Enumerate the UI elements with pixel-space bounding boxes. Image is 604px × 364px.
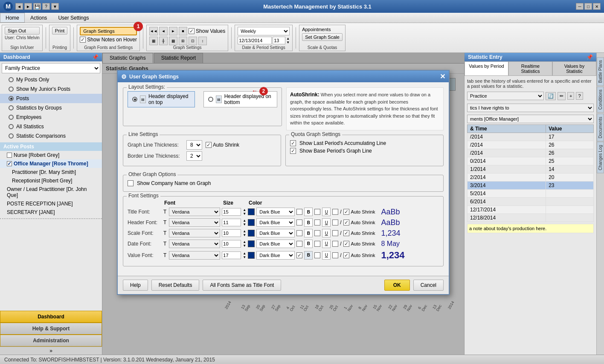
date-check3[interactable] [332, 241, 338, 247]
nav-prev-icon[interactable]: ◄ [159, 27, 168, 35]
sidebar-item-stats-groups[interactable]: Statistics by Groups [0, 103, 102, 113]
header-bold-btn[interactable]: B [304, 218, 313, 227]
date-bold-btn[interactable]: B [304, 240, 313, 248]
date-bold-check[interactable] [296, 241, 302, 247]
side-tab-battle-plans[interactable]: Battle Plans [597, 57, 604, 86]
sidebar-item-all-stats[interactable]: All Statistics [0, 122, 102, 131]
active-post-practitioner[interactable]: Practitioner [Dr. Mary Smith] [0, 168, 102, 176]
nav-back-icon[interactable]: ◄◄ [149, 27, 158, 35]
scale-bold-btn[interactable]: B [304, 229, 313, 237]
side-tab-conditions[interactable]: Conditions [597, 87, 604, 113]
header-underline-btn[interactable]: U [322, 218, 331, 227]
active-post-owner[interactable]: Owner / Lead Practitioner [Dr. John Que] [0, 185, 102, 199]
date-font-select[interactable]: Verdana [169, 240, 220, 248]
title-underline-check[interactable] [314, 209, 320, 215]
active-post-office-manager[interactable]: ✓ Office Manager [Rose Throme] [0, 159, 102, 168]
graph-type-4[interactable]: ⊞ [179, 37, 187, 45]
right-help-btn[interactable]: ? [576, 92, 583, 100]
quick-access-fwd[interactable]: ► [24, 3, 32, 10]
border-line-select[interactable]: 2 [186, 151, 202, 161]
show-notes-checkbox[interactable]: ✓ [80, 37, 86, 43]
period-select[interactable]: Weekly [238, 27, 290, 35]
show-base-period-checkbox[interactable]: ✓ [290, 148, 296, 154]
graph-type-1[interactable]: ▦ [149, 37, 158, 45]
graph-type-6[interactable]: ↕ [198, 37, 207, 45]
maximize-button[interactable]: □ [584, 3, 592, 10]
graph-line-select[interactable]: 8 [186, 140, 202, 150]
header-check3[interactable] [332, 220, 338, 225]
right-tab-values-statistic[interactable]: Values by Statistic [552, 61, 596, 76]
close-button[interactable]: ✕ [593, 3, 601, 10]
posts-select[interactable]: ments [Office Manager] [467, 115, 594, 123]
date-color-select[interactable]: Dark Blue [256, 240, 295, 248]
header-underline-check[interactable] [314, 220, 320, 225]
value-bold-check[interactable]: ✓ [296, 252, 302, 258]
table-row[interactable]: 0/2014 25 [468, 157, 594, 165]
show-values-checkbox[interactable]: ✓ [189, 28, 195, 34]
show-last-period-checkbox[interactable]: ✓ [290, 140, 296, 146]
table-row[interactable]: 2/2014 20 [468, 173, 594, 182]
reset-defaults-button[interactable]: Reset Defaults [151, 280, 200, 291]
value-check3[interactable] [332, 252, 338, 258]
active-post-secretary[interactable]: SECRETARY [JANE] [0, 208, 102, 217]
scale-bold-check[interactable] [296, 230, 302, 236]
side-tab-changes-log[interactable]: Changes Log [597, 142, 604, 173]
graph-type-5[interactable]: ⊡ [189, 37, 197, 45]
menu-actions[interactable]: Actions [25, 13, 52, 23]
quick-access-save[interactable]: 💾 [33, 3, 41, 10]
header-autoshrink-check[interactable]: ✓ [343, 220, 349, 225]
value-color-select[interactable]: Dark Blue [256, 251, 295, 260]
right-tab-realtime[interactable]: Realtime Statistics [508, 61, 552, 76]
sidebar-item-posts[interactable]: Posts [0, 94, 102, 103]
table-row-selected[interactable]: 3/2014 23 [468, 182, 594, 190]
graph-settings-button[interactable]: Graph Settings [80, 27, 137, 35]
scale-color-select[interactable]: Dark Blue [256, 229, 295, 237]
title-underline-btn[interactable]: U [322, 208, 331, 216]
nav-fwd-icon[interactable]: ■ [179, 27, 187, 35]
show-company-checkbox[interactable] [128, 180, 134, 186]
title-check3[interactable] [332, 209, 338, 215]
date-underline-check[interactable] [314, 241, 320, 247]
title-font-select[interactable]: Verdana [169, 208, 220, 216]
all-fonts-same-button[interactable]: All Fonts Same as Title Font [203, 280, 281, 291]
set-graph-scale-button[interactable]: Set Graph Scale [302, 33, 343, 41]
value-font-select[interactable]: Verdana [169, 251, 220, 260]
header-font-select[interactable]: Verdana [169, 218, 220, 227]
quick-access-help[interactable]: ? [42, 3, 50, 10]
sidebar-item-my-posts[interactable]: My Posts Only [0, 75, 102, 84]
date-underline-btn[interactable]: U [322, 240, 331, 248]
header-top-option[interactable]: ▤ Header displayed on top [128, 91, 195, 107]
sidebar-pin[interactable]: 📌 [92, 54, 99, 60]
value-font-size[interactable] [222, 251, 241, 259]
sidebar-item-show-juniors[interactable]: Show My Junior's Posts [0, 84, 102, 94]
print-button[interactable]: Print [52, 27, 68, 35]
title-font-size[interactable] [222, 208, 241, 216]
modal-close-button[interactable]: ✕ [440, 72, 445, 81]
header-bold-check[interactable] [296, 220, 302, 225]
quick-access-dropdown[interactable]: ▼ [51, 3, 59, 10]
title-bold-check[interactable] [296, 209, 302, 215]
sidebar-expand[interactable]: » [0, 347, 102, 355]
graph-type-3[interactable]: ▦ [169, 37, 177, 45]
right-edit-btn[interactable]: ✏ [558, 92, 566, 100]
active-post-nurse[interactable]: Nurse [Robert Grey] [0, 151, 102, 159]
active-post-receptionist[interactable]: Receptionist [Robert Grey] [0, 176, 102, 185]
table-row[interactable]: 12/18/2014 [468, 214, 594, 222]
title-bold-btn[interactable]: B [304, 208, 313, 216]
right-tab-values-period[interactable]: Values by Period [465, 61, 508, 76]
table-row[interactable]: 6/2014 [468, 198, 594, 206]
practice-dropdown[interactable]: Family Practice [2, 63, 100, 73]
ok-button[interactable]: OK [384, 280, 410, 291]
value-bold-btn[interactable]: B [304, 251, 313, 260]
scale-font-select[interactable]: Verdana [169, 229, 220, 237]
date-input[interactable] [238, 37, 272, 44]
help-button[interactable]: Help [123, 280, 148, 291]
cancel-button[interactable]: Cancel [413, 280, 444, 291]
table-row[interactable]: /2014 26 [468, 141, 594, 149]
menu-home[interactable]: Home [0, 13, 25, 23]
table-row[interactable]: /2014 17 [468, 133, 594, 141]
scale-underline-btn[interactable]: U [322, 229, 331, 237]
entry-note[interactable]: a note about today's production here. [467, 224, 594, 233]
table-row[interactable]: /2014 26 [468, 149, 594, 157]
right-panel-pin[interactable]: 📌 [587, 54, 593, 60]
